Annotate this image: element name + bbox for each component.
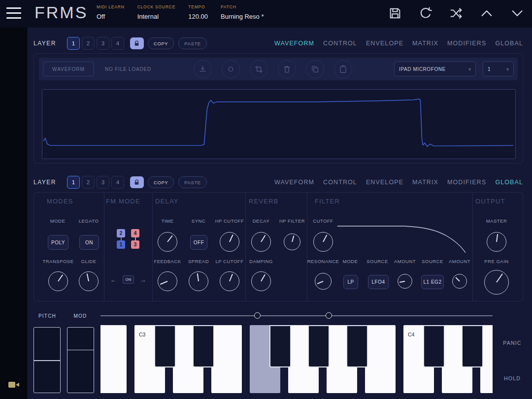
import-button[interactable]: [194, 60, 212, 78]
pitch-wheel[interactable]: [33, 327, 61, 393]
output-master-label: MASTER: [486, 218, 507, 224]
tempo-field[interactable]: TEMPO 120.00: [188, 4, 208, 20]
waveform-toolbar: WAVEFORM NO FILE LOADED: [39, 58, 518, 80]
delay-hp-cutoff-knob[interactable]: [220, 232, 239, 252]
black-key-gsharp3[interactable]: [308, 325, 330, 367]
black-key-dsharp4[interactable]: [462, 325, 483, 367]
collapse-down-icon[interactable]: [510, 6, 524, 20]
black-key-csharp3[interactable]: [154, 325, 176, 367]
copy-button[interactable]: COPY: [148, 176, 174, 188]
save-icon[interactable]: [388, 6, 402, 20]
knob-needle: [229, 274, 233, 282]
undo-icon[interactable]: [419, 6, 432, 20]
delay-time-knob[interactable]: [158, 232, 177, 252]
knob-needle: [87, 273, 89, 281]
tab-matrix[interactable]: MATRIX: [412, 40, 438, 47]
range-handle-left[interactable]: [254, 312, 261, 319]
white-key-b2[interactable]: [100, 325, 127, 393]
tab-global[interactable]: GLOBAL: [495, 40, 523, 47]
delay-spread-knob[interactable]: [189, 271, 208, 291]
tab-control[interactable]: CONTROL: [323, 40, 357, 47]
tab-control[interactable]: CONTROL: [323, 179, 357, 186]
fm-operator-3[interactable]: 3: [131, 240, 139, 249]
delay-sync-button[interactable]: OFF: [190, 235, 207, 250]
layer-lock-button[interactable]: [130, 176, 144, 188]
fm-operator-4[interactable]: 4: [131, 229, 139, 237]
copy-sample-button[interactable]: [306, 60, 324, 78]
white-key-e3[interactable]: [211, 325, 242, 393]
video-camera-icon[interactable]: [8, 380, 20, 390]
tab-waveform[interactable]: WAVEFORM: [274, 179, 314, 186]
reverb-decay-knob[interactable]: [251, 232, 271, 252]
filter-amount2-knob[interactable]: [452, 274, 467, 289]
tab-envelope[interactable]: ENVELOPE: [366, 40, 403, 47]
patch-field[interactable]: PATCH Burning Reso *: [221, 4, 264, 20]
paste-button[interactable]: PASTE: [178, 176, 206, 188]
patch-value: Burning Reso *: [221, 13, 264, 20]
fm-on-button[interactable]: ON: [123, 275, 134, 284]
waveform-display[interactable]: [42, 89, 516, 159]
output-master-knob[interactable]: [487, 232, 506, 252]
record-button[interactable]: [222, 60, 240, 78]
collapse-up-icon[interactable]: [480, 6, 494, 20]
layer-1-button[interactable]: 1: [67, 37, 80, 50]
randomize-icon[interactable]: [449, 6, 463, 20]
layer2-header: LAYER 1 2 3 4 COPY PASTE WAVEFORM CONTRO…: [33, 175, 523, 190]
layer-2-button[interactable]: 2: [82, 176, 95, 189]
delay-feedback-knob[interactable]: [158, 271, 177, 291]
filter-mode-button[interactable]: LP: [343, 275, 358, 289]
fm-operator-2[interactable]: 2: [117, 229, 125, 237]
crop-button[interactable]: [250, 60, 268, 78]
legato-toggle-button[interactable]: ON: [79, 235, 99, 250]
white-key-b3[interactable]: [365, 325, 396, 393]
black-key-fsharp3[interactable]: [269, 325, 291, 367]
reverb-hp-filter-knob[interactable]: [284, 233, 300, 250]
filter-source1-button[interactable]: LFO4: [368, 275, 389, 289]
filter-cutoff-knob[interactable]: [313, 232, 333, 252]
delete-button[interactable]: [278, 60, 296, 78]
midi-learn-field[interactable]: MIDI LEARN Off: [97, 4, 125, 20]
fm-operator-1[interactable]: 1: [117, 240, 125, 249]
tab-modifiers[interactable]: MODIFIERS: [447, 179, 486, 186]
paste-button[interactable]: PASTE: [178, 37, 206, 49]
hold-button[interactable]: HOLD: [504, 375, 521, 381]
tab-global[interactable]: GLOBAL: [495, 179, 523, 186]
layer-lock-button[interactable]: [130, 37, 144, 49]
filter-resonance-knob[interactable]: [315, 273, 332, 290]
input-source-select[interactable]: IPAD MICROFONE ▾: [394, 62, 476, 76]
black-key-csharp4[interactable]: [423, 325, 445, 367]
range-handle-right[interactable]: [326, 312, 332, 319]
black-key-asharp3[interactable]: [346, 325, 368, 367]
copy-button[interactable]: COPY: [148, 37, 174, 49]
layer-2-button[interactable]: 2: [82, 37, 95, 50]
tab-modifiers[interactable]: MODIFIERS: [447, 40, 486, 47]
black-key-dsharp3[interactable]: [193, 325, 214, 367]
reverb-damping-knob[interactable]: [251, 271, 271, 291]
fm-prev-arrow-icon[interactable]: ←: [110, 276, 117, 284]
output-pre-gain-knob[interactable]: [484, 270, 509, 295]
filter-amount1-knob[interactable]: [398, 274, 412, 289]
menu-icon[interactable]: [6, 7, 21, 20]
delay-lp-cutoff-knob[interactable]: [220, 271, 239, 291]
transpose-knob[interactable]: [48, 271, 68, 291]
keyboard-range-slider[interactable]: [100, 315, 493, 316]
layer-4-button[interactable]: 4: [111, 37, 124, 50]
input-channel-select[interactable]: 1 ▾: [483, 62, 514, 76]
layer-1-button[interactable]: 1: [67, 176, 80, 189]
clock-source-field[interactable]: CLOCK SOURCE Internal: [137, 4, 176, 20]
layer-3-button[interactable]: 3: [97, 176, 109, 189]
waveform-mode-button[interactable]: WAVEFORM: [43, 62, 94, 76]
layer-3-button[interactable]: 3: [97, 37, 109, 50]
panic-button[interactable]: PANIC: [503, 340, 521, 346]
poly-mode-button[interactable]: POLY: [48, 235, 68, 250]
tab-envelope[interactable]: ENVELOPE: [366, 179, 403, 186]
filter-source2-button[interactable]: L1 EG2: [421, 275, 444, 289]
tab-matrix[interactable]: MATRIX: [412, 179, 438, 186]
tab-waveform[interactable]: WAVEFORM: [274, 40, 314, 47]
mod-wheel[interactable]: [67, 327, 94, 393]
paste-sample-button[interactable]: [334, 60, 352, 78]
glide-knob[interactable]: [79, 271, 99, 291]
fm-next-arrow-icon[interactable]: →: [140, 276, 146, 284]
layer-4-button[interactable]: 4: [111, 176, 124, 189]
knob-needle: [399, 281, 405, 283]
